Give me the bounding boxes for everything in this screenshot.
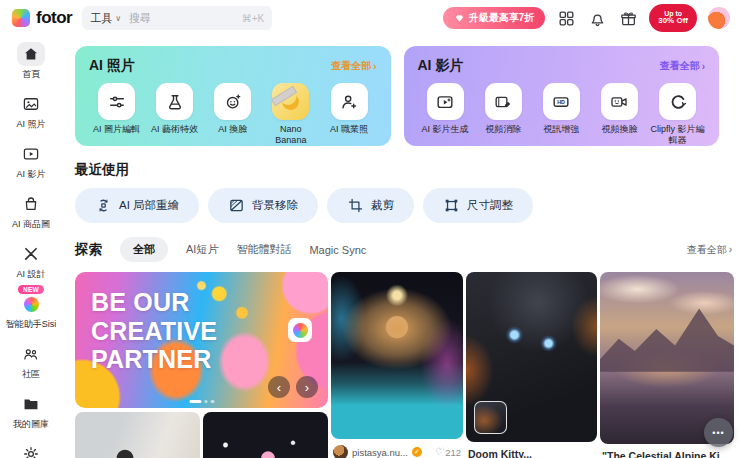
explore-gallery: BE OUR CREATIVE PARTNER ‹ ›	[75, 272, 734, 458]
sidebar-item-ai-photo[interactable]: AI 照片	[2, 92, 60, 131]
tool-video-face-swap[interactable]: 視頻換臉	[592, 83, 647, 147]
recent-tool-label: 裁剪	[371, 198, 394, 213]
explore-title: 探索	[75, 241, 102, 259]
tools-dropdown-label: 工具	[90, 11, 112, 26]
gift-icon[interactable]	[618, 8, 638, 28]
chevron-right-icon: ›	[373, 61, 376, 72]
tool-ai-art-effects[interactable]: AI 藝術特效	[147, 83, 202, 147]
explore-view-all-link[interactable]: 查看全部 ›	[687, 243, 732, 257]
recent-tool-crop[interactable]: 裁剪	[327, 188, 414, 223]
tab-ai-shorts[interactable]: AI短片	[186, 242, 218, 257]
gallery-sub-row	[75, 412, 328, 458]
headshot-person-icon	[331, 83, 368, 120]
top-bar: fotor 工具 ∨ ⌘+K 升級最高享7折	[0, 0, 740, 36]
explore-header: 探索 全部 AI短片 智能體對話 Magic Sync 查看全部 ›	[75, 237, 732, 262]
gallery-image-vintage-couple[interactable]	[75, 412, 200, 458]
tool-label: Clipfly 影片編輯器	[650, 124, 705, 147]
community-icon	[17, 342, 45, 366]
tool-ai-image-edit[interactable]: AI 圖片編輯	[89, 83, 144, 147]
discount-offer-button[interactable]: Up to 30% Off	[649, 4, 697, 32]
more-options-button[interactable]: •••	[704, 418, 733, 447]
tool-video-object-removal[interactable]: 視頻消除	[476, 83, 531, 147]
post-title[interactable]: Doom Kitty...	[466, 442, 597, 458]
heart-icon: ♡	[434, 447, 443, 457]
card-title: AI 照片	[89, 57, 135, 75]
tool-ai-headshot[interactable]: AI 職業照	[322, 83, 377, 147]
feature-cards-row: AI 照片 查看全部 › AI 圖片編輯	[75, 46, 734, 146]
tool-label: AI 影片生成	[421, 124, 468, 135]
fotor-logo[interactable]: fotor	[12, 8, 72, 28]
bg-remove-icon	[228, 197, 245, 214]
gallery-column-1: BE OUR CREATIVE PARTNER ‹ ›	[75, 272, 328, 458]
tool-clipfly-editor[interactable]: Clipfly 影片編輯器	[650, 83, 705, 147]
library-folder-icon	[17, 392, 45, 416]
chevron-down-icon: ∨	[115, 14, 121, 23]
main-content: AI 照片 查看全部 › AI 圖片編輯	[62, 36, 740, 458]
apps-grid-icon[interactable]	[556, 8, 576, 28]
recent-tool-resize[interactable]: 尺寸調整	[423, 188, 533, 223]
new-badge: NEW	[18, 285, 44, 294]
recent-tool-label: 背景移除	[252, 198, 298, 213]
carousel-dots[interactable]	[189, 400, 214, 404]
tool-label: AI 圖片編輯	[93, 124, 140, 135]
view-all-label: 查看全部	[660, 59, 700, 73]
video-generate-icon	[427, 83, 464, 120]
carousel-prev-button[interactable]: ‹	[268, 376, 290, 398]
tab-magic-sync[interactable]: Magic Sync	[309, 244, 366, 256]
sidebar-item-sisi-assistant[interactable]: NEW 智能助手Sisi	[2, 292, 60, 331]
tab-agent-chat[interactable]: 智能體對話	[236, 242, 291, 257]
clipfly-logo-icon	[659, 83, 696, 120]
sidebar-item-settings[interactable]: 設定	[2, 442, 60, 458]
tool-label: Nano Banana	[263, 124, 318, 147]
gallery-image-crown-portrait[interactable]	[331, 272, 463, 439]
crop-icon	[347, 197, 364, 214]
sisi-assistant-icon	[17, 292, 45, 316]
carousel-next-button[interactable]: ›	[296, 376, 318, 398]
photo-view-all-link[interactable]: 查看全部 ›	[331, 59, 376, 73]
recent-tools-row: AI 局部重繪 背景移除 裁剪	[75, 188, 734, 223]
sidebar-item-home[interactable]: 首頁	[2, 42, 60, 81]
ai-video-card: AI 影片 查看全部 › AI 影片生成	[404, 46, 720, 146]
sliders-icon	[98, 83, 135, 120]
tool-ai-video-generate[interactable]: AI 影片生成	[418, 83, 473, 147]
carousel-nav: ‹ ›	[268, 376, 318, 398]
creative-partner-banner[interactable]: BE OUR CREATIVE PARTNER ‹ ›	[75, 272, 328, 408]
recent-tool-inpaint[interactable]: AI 局部重繪	[75, 188, 199, 223]
sidebar-item-community[interactable]: 社區	[2, 342, 60, 381]
search-input[interactable]	[127, 11, 236, 25]
sidebar-item-label: AI 照片	[16, 118, 45, 131]
view-all-label: 查看全部	[687, 243, 727, 257]
sidebar-item-label: 首頁	[22, 68, 40, 81]
ai-photo-card: AI 照片 查看全部 › AI 圖片編輯	[75, 46, 391, 146]
search-bar[interactable]: 工具 ∨ ⌘+K	[82, 6, 272, 30]
sidebar-item-label: AI 影片	[16, 168, 45, 181]
tool-ai-face-swap[interactable]: AI 換臉	[205, 83, 260, 147]
likes-count[interactable]: ♡ 212	[434, 447, 461, 458]
avatar[interactable]	[333, 445, 348, 458]
verified-badge-icon: ✓	[412, 447, 422, 457]
diamond-icon	[454, 13, 465, 24]
sidebar-item-ai-design[interactable]: AI 設計	[2, 242, 60, 281]
ai-photo-icon	[17, 92, 45, 116]
upgrade-button[interactable]: 升級最高享7折	[443, 7, 546, 29]
sidebar-item-my-library[interactable]: 我的圖庫	[2, 392, 60, 431]
recent-tool-bg-remove[interactable]: 背景移除	[208, 188, 318, 223]
video-view-all-link[interactable]: 查看全部 ›	[660, 59, 705, 73]
notifications-bell-icon[interactable]	[587, 8, 607, 28]
gallery-image-doom-kitty[interactable]	[466, 272, 597, 442]
tool-video-enhance[interactable]: HD 視訊增強	[534, 83, 589, 147]
tab-all[interactable]: 全部	[120, 237, 168, 262]
sidebar-item-ai-product[interactable]: AI 商品圖	[2, 192, 60, 231]
tool-nano-banana[interactable]: Nano Banana	[263, 83, 318, 147]
gallery-image-red-carpet[interactable]	[203, 412, 328, 458]
sidebar-item-ai-video[interactable]: AI 影片	[2, 142, 60, 181]
fotor-logo-icon	[12, 9, 30, 27]
image-variant-thumbnail[interactable]	[474, 401, 507, 434]
user-avatar[interactable]	[708, 7, 730, 29]
tools-dropdown[interactable]: 工具 ∨	[90, 11, 121, 26]
home-icon	[17, 42, 45, 66]
video-eraser-icon	[485, 83, 522, 120]
topbar-actions: 升級最高享7折 Up to	[443, 4, 730, 32]
chevron-right-icon: ›	[702, 61, 705, 72]
post-username[interactable]: pistasya.nu...	[352, 447, 408, 458]
